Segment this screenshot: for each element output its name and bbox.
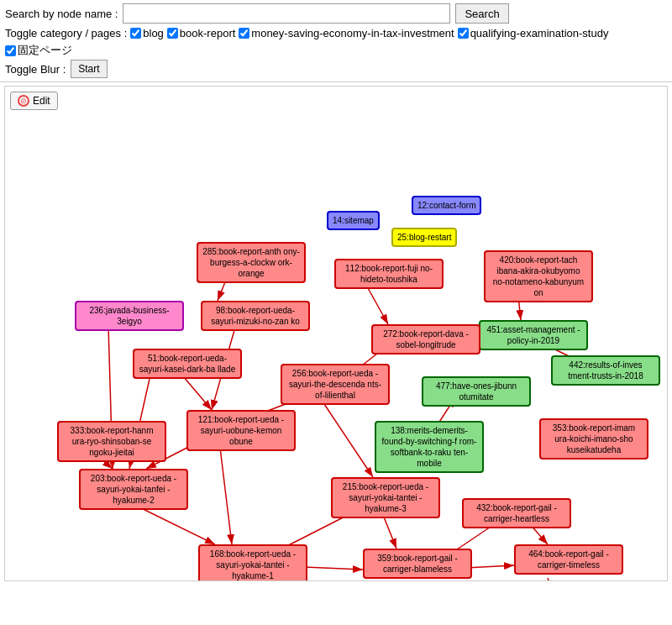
node-n5[interactable]: 112:book-report-fuji no-hideto-toushika bbox=[334, 259, 444, 289]
toggle-fixed[interactable]: 固定ページ bbox=[5, 43, 72, 58]
node-n17[interactable]: 353:book-report-imam ura-koichi-imano-sh… bbox=[539, 418, 648, 460]
node-n2[interactable]: 14:sitemap bbox=[327, 211, 380, 230]
node-n6[interactable]: 420:book-report-tach ibana-akira-okubyom… bbox=[484, 250, 593, 302]
node-n18[interactable]: 333:book-report-hanm ura-ryo-shinsoban-s… bbox=[57, 421, 166, 462]
graph-area: ⊘ Edit bbox=[4, 86, 668, 581]
svg-line-23 bbox=[368, 288, 388, 324]
node-n9[interactable]: 272:book-report-dava -sobel-longitrude bbox=[371, 324, 480, 355]
node-n23[interactable]: 359:book-report-gail -carriger-blameless bbox=[363, 549, 472, 579]
toggle-category-row: Toggle category / pages : blog book-repo… bbox=[5, 27, 667, 58]
toggle-qualifying[interactable]: qualifying-examination-study bbox=[458, 27, 609, 39]
node-n20[interactable]: 215:book-report-ueda -sayuri-yokai-tante… bbox=[331, 477, 440, 518]
node-n24[interactable]: 464:book-report-gail -carriger-timeless bbox=[514, 544, 623, 575]
toggle-blog[interactable]: blog bbox=[130, 27, 164, 39]
node-n15[interactable]: 121:book-report-ueda -sayuri-uobune-kemo… bbox=[186, 410, 296, 451]
node-n8[interactable]: 451:asset-management -policy-in-2019 bbox=[479, 320, 588, 350]
node-n11[interactable]: 442:results-of-inves tment-trusts-in-201… bbox=[551, 355, 660, 386]
node-n22[interactable]: 168:book-report-ueda -sayuri-yokai-tante… bbox=[198, 544, 307, 581]
toggle-money-saving[interactable]: money-saving-economy-in-tax-investment bbox=[239, 27, 454, 39]
node-n12[interactable]: 51:book-report-ueda- sayuri-kasei-dark-b… bbox=[133, 349, 242, 379]
svg-line-2 bbox=[323, 402, 373, 477]
node-n10[interactable]: 236:javada-business- 3eigyo bbox=[75, 301, 184, 331]
svg-line-13 bbox=[548, 578, 563, 581]
node-n21[interactable]: 432:book-report-gail -carriger-heartless bbox=[462, 498, 571, 528]
top-bar: Search by node name : Search Toggle cate… bbox=[0, 0, 672, 82]
node-n4[interactable]: 25:blog-restart bbox=[391, 228, 457, 247]
toggle-label: Toggle category / pages : bbox=[5, 27, 127, 39]
svg-line-5 bbox=[183, 376, 212, 410]
toggle-book-report[interactable]: book-report bbox=[167, 27, 235, 39]
node-n13[interactable]: 477:have-ones-jibunn otumitate bbox=[422, 376, 531, 407]
node-n19[interactable]: 203:book-report-ueda -sayuri-yokai-tanfe… bbox=[79, 469, 188, 510]
search-input[interactable] bbox=[123, 3, 450, 24]
svg-line-4 bbox=[220, 448, 232, 544]
search-label: Search by node name : bbox=[5, 8, 118, 20]
node-n7[interactable]: 98:book-report-ueda- sayuri-mizuki-no-za… bbox=[201, 301, 310, 331]
blur-row: Toggle Blur : Start bbox=[5, 60, 667, 78]
node-n3[interactable]: 12:contact-form bbox=[412, 196, 481, 215]
search-button[interactable]: Search bbox=[455, 3, 508, 24]
node-n14[interactable]: 256:book-report-ueda -sayuri-the-descend… bbox=[281, 364, 390, 405]
node-n1[interactable]: 285:book-report-anth ony-burgess-a-clock… bbox=[197, 242, 306, 283]
edit-button[interactable]: ⊘ Edit bbox=[10, 92, 58, 110]
node-n16[interactable]: 138:merits-demerits- found-by-switching-… bbox=[375, 421, 484, 473]
start-button[interactable]: Start bbox=[71, 60, 107, 78]
blur-label: Toggle Blur : bbox=[5, 63, 66, 76]
edit-icon: ⊘ bbox=[18, 95, 29, 107]
